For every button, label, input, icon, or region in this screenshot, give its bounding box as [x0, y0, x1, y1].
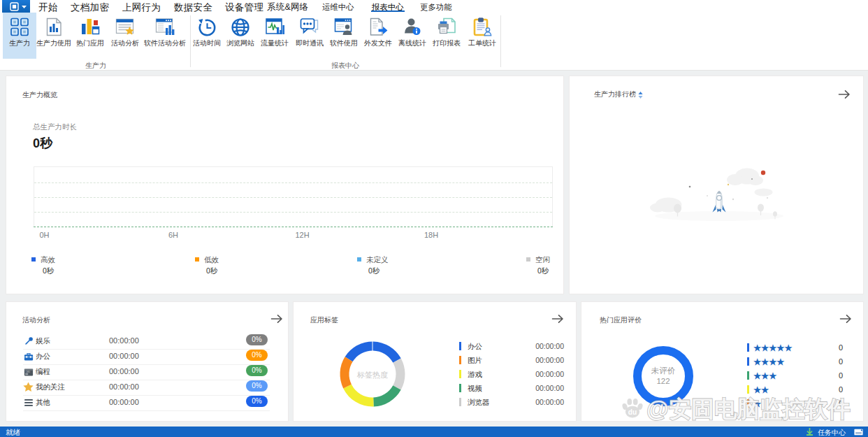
svg-text:CMD: CMD [26, 370, 30, 373]
svg-text:@安固电脑监控软件: @安固电脑监控软件 [646, 396, 851, 422]
svg-text:未评价: 未评价 [651, 366, 676, 375]
svg-text:122: 122 [656, 377, 670, 385]
svg-text:标签热度: 标签热度 [356, 371, 388, 379]
svg-text:du: du [628, 408, 637, 416]
